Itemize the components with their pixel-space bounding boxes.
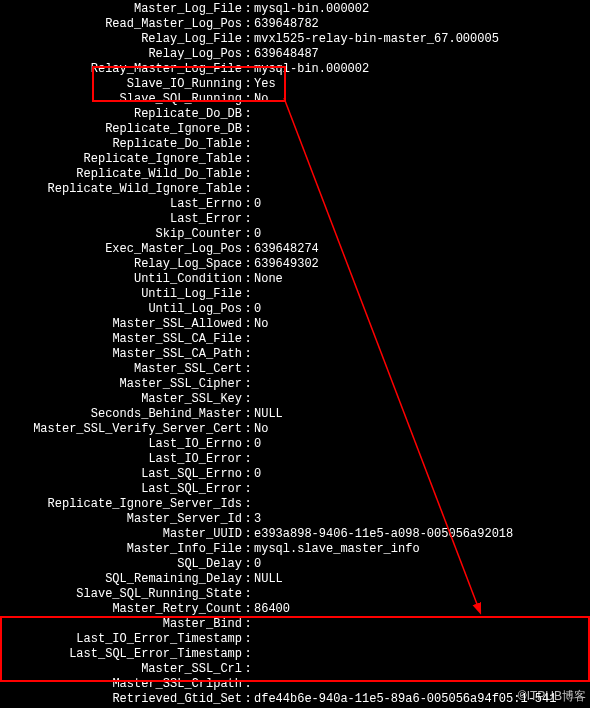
colon-separator: : [244,332,252,347]
status-label: Master_Info_File [4,542,244,557]
mysql-slave-status-output: Master_Log_File:mysql-bin.000002Read_Mas… [0,0,590,708]
status-row: Master_SSL_Cert: [4,362,586,377]
colon-separator: : [244,482,252,497]
status-value: 639648487 [252,47,586,62]
status-row: Seconds_Behind_Master:NULL [4,407,586,422]
status-label: Last_IO_Error_Timestamp [4,632,244,647]
status-row: Relay_Log_Pos:639648487 [4,47,586,62]
status-row: Last_SQL_Error_Timestamp: [4,647,586,662]
colon-separator: : [244,212,252,227]
status-value [252,167,586,182]
status-label: SQL_Delay [4,557,244,572]
status-value [252,392,586,407]
colon-separator: : [244,647,252,662]
status-row: Master_SSL_Cipher: [4,377,586,392]
status-value [252,632,586,647]
colon-separator: : [244,362,252,377]
status-value: 0 [252,467,586,482]
status-label: Replicate_Do_DB [4,107,244,122]
colon-separator: : [244,572,252,587]
status-value [252,452,586,467]
status-label: Slave_SQL_Running [4,92,244,107]
status-value: NULL [252,572,586,587]
status-row: SQL_Delay:0 [4,557,586,572]
status-row: Replicate_Wild_Do_Table: [4,167,586,182]
status-value: e393a898-9406-11e5-a098-005056a92018 [252,527,586,542]
colon-separator: : [244,182,252,197]
status-label: Master_SSL_Cipher [4,377,244,392]
status-label: Master_Server_Id [4,512,244,527]
status-row: Last_SQL_Error: [4,482,586,497]
colon-separator: : [244,392,252,407]
status-row: Master_SSL_Verify_Server_Cert:No [4,422,586,437]
status-value: 0 [252,302,586,317]
status-label: Relay_Master_Log_File [4,62,244,77]
status-row: Until_Log_File: [4,287,586,302]
status-row: Master_UUID:e393a898-9406-11e5-a098-0050… [4,527,586,542]
status-label: Replicate_Wild_Do_Table [4,167,244,182]
status-row: Slave_SQL_Running:No [4,92,586,107]
status-value: 0 [252,437,586,452]
status-value [252,377,586,392]
colon-separator: : [244,497,252,512]
status-label: Until_Condition [4,272,244,287]
status-value [252,212,586,227]
colon-separator: : [244,287,252,302]
status-value: NULL [252,407,586,422]
status-row: Retrieved_Gtid_Set:dfe44b6e-940a-11e5-89… [4,692,586,707]
colon-separator: : [244,227,252,242]
status-row: Read_Master_Log_Pos:639648782 [4,17,586,32]
status-value: 639649302 [252,257,586,272]
status-value: No [252,92,586,107]
status-row: Replicate_Ignore_DB: [4,122,586,137]
status-row: Slave_IO_Running:Yes [4,77,586,92]
colon-separator: : [244,512,252,527]
status-value: mysql-bin.000002 [252,2,586,17]
status-value [252,137,586,152]
status-label: Retrieved_Gtid_Set [4,692,244,707]
colon-separator: : [244,347,252,362]
status-row: Master_SSL_Crlpath: [4,677,586,692]
status-value [252,362,586,377]
colon-separator: : [244,167,252,182]
status-label: Slave_SQL_Running_State [4,587,244,602]
colon-separator: : [244,62,252,77]
status-label: Master_SSL_Key [4,392,244,407]
status-label: Master_SSL_Allowed [4,317,244,332]
status-value [252,647,586,662]
status-value [252,182,586,197]
status-value [252,587,586,602]
status-label: Master_Bind [4,617,244,632]
colon-separator: : [244,77,252,92]
status-label: Last_SQL_Error [4,482,244,497]
status-row: Replicate_Ignore_Server_Ids: [4,497,586,512]
colon-separator: : [244,542,252,557]
status-row: SQL_Remaining_Delay:NULL [4,572,586,587]
status-row: Skip_Counter:0 [4,227,586,242]
status-label: Master_SSL_Crl [4,662,244,677]
colon-separator: : [244,407,252,422]
status-row: Master_Server_Id:3 [4,512,586,527]
status-row: Master_SSL_Key: [4,392,586,407]
colon-separator: : [244,32,252,47]
status-label: Replicate_Wild_Ignore_Table [4,182,244,197]
status-row: Master_SSL_Allowed:No [4,317,586,332]
status-row: Master_Retry_Count:86400 [4,602,586,617]
colon-separator: : [244,152,252,167]
status-row: Until_Condition:None [4,272,586,287]
status-row: Master_SSL_Crl: [4,662,586,677]
status-label: SQL_Remaining_Delay [4,572,244,587]
status-value: Yes [252,77,586,92]
status-label: Exec_Master_Log_Pos [4,242,244,257]
colon-separator: : [244,257,252,272]
status-value [252,662,586,677]
status-label: Slave_IO_Running [4,77,244,92]
status-row: Last_SQL_Errno:0 [4,467,586,482]
colon-separator: : [244,632,252,647]
status-label: Until_Log_File [4,287,244,302]
status-label: Read_Master_Log_Pos [4,17,244,32]
colon-separator: : [244,92,252,107]
status-row: Replicate_Ignore_Table: [4,152,586,167]
status-value: 0 [252,557,586,572]
status-row: Relay_Master_Log_File:mysql-bin.000002 [4,62,586,77]
